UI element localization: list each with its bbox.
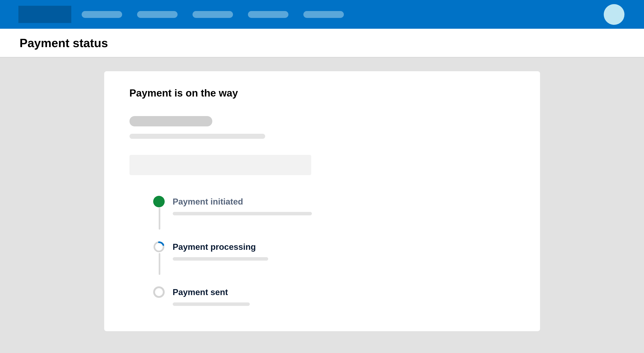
timeline-step-sent: Payment sent (153, 286, 515, 306)
placeholder-subheading (130, 116, 212, 126)
step-detail-placeholder (173, 212, 312, 215)
content-area: Payment is on the way Payment initiated (0, 57, 644, 331)
step-label: Payment initiated (173, 197, 312, 207)
timeline-step-processing: Payment processing (153, 241, 515, 261)
payment-status-card: Payment is on the way Payment initiated (104, 71, 540, 331)
page-title: Payment status (20, 36, 108, 50)
placeholder-box (130, 155, 311, 175)
nav-link-1[interactable] (82, 11, 122, 18)
step-body: Payment processing (173, 241, 268, 261)
step-body: Payment initiated (173, 196, 312, 215)
nav-link-2[interactable] (137, 11, 178, 18)
status-timeline: Payment initiated Payment processing (130, 196, 515, 306)
nav-link-5[interactable] (303, 11, 344, 18)
timeline-connector (159, 208, 160, 230)
user-avatar[interactable] (604, 4, 624, 25)
spinner-icon (153, 241, 165, 253)
nav-link-3[interactable] (192, 11, 233, 18)
step-label: Payment processing (173, 242, 268, 252)
step-label: Payment sent (173, 288, 250, 297)
page-title-bar: Payment status (0, 29, 644, 57)
step-detail-placeholder (173, 257, 268, 261)
placeholder-line (130, 134, 265, 139)
nav-link-4[interactable] (248, 11, 288, 18)
step-body: Payment sent (173, 286, 250, 306)
timeline-step-initiated: Payment initiated (153, 196, 515, 215)
top-nav (0, 0, 644, 29)
timeline-connector (159, 253, 160, 275)
step-complete-icon (153, 196, 165, 207)
step-detail-placeholder (173, 303, 250, 306)
step-pending-icon (153, 286, 165, 298)
logo-placeholder[interactable] (18, 6, 71, 23)
card-title: Payment is on the way (130, 87, 515, 99)
